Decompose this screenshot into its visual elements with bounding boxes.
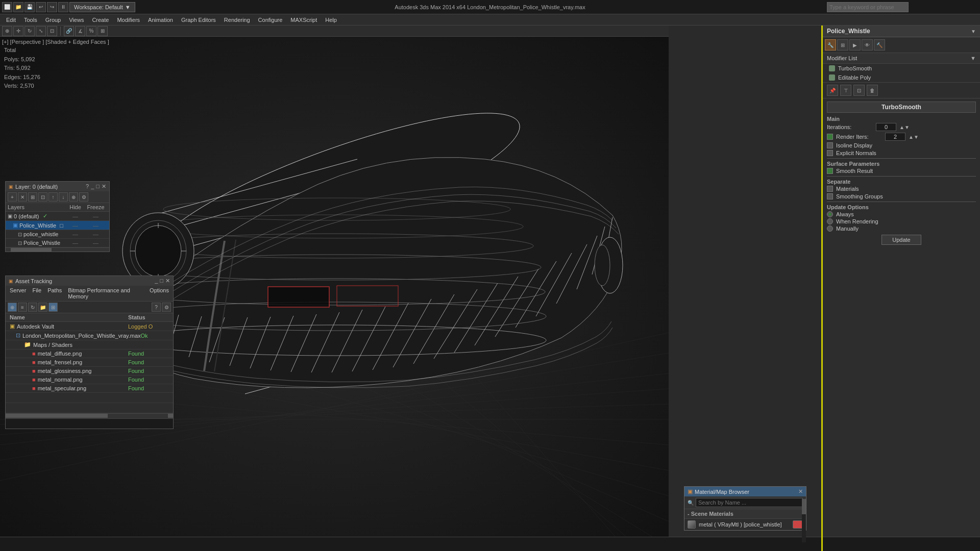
delete-modifier-icon[interactable]: 🗑 xyxy=(867,85,878,96)
layer-merge-button[interactable]: ⊕ xyxy=(69,192,78,202)
asset-row-normal[interactable]: ■ metal_normal.png Found xyxy=(6,375,173,384)
asset-panel-close[interactable]: ✕ xyxy=(165,278,170,284)
layer-panel-maximize[interactable]: □ xyxy=(96,183,100,190)
always-radio[interactable]: Always xyxy=(827,211,976,217)
update-button[interactable]: Update xyxy=(881,235,921,245)
asset-input-row[interactable] xyxy=(6,418,173,429)
layer-panel-minimize[interactable]: _ xyxy=(91,183,94,190)
open-button[interactable]: 📁 xyxy=(13,2,23,12)
asset-row-max-file[interactable]: ⊡ London_Metropolitan_Police_Whistle_vra… xyxy=(6,331,173,340)
materials-checkbox[interactable] xyxy=(827,186,833,192)
layer-panel-question[interactable]: ? xyxy=(86,183,89,190)
layer-move-down-button[interactable]: ↓ xyxy=(59,192,68,202)
asset-row-maps-folder[interactable]: 📁 Maps / Shaders xyxy=(6,340,173,349)
save-button[interactable]: 💾 xyxy=(24,2,35,12)
modifier-turbosmooth[interactable]: TurboSmooth xyxy=(823,64,980,73)
new-button[interactable]: ⬜ xyxy=(2,2,12,12)
material-browser-close[interactable]: ✕ xyxy=(798,488,803,495)
menu-graph-editors[interactable]: Graph Editors xyxy=(177,16,220,24)
spinner-snap-button[interactable]: ⊞ xyxy=(97,26,108,36)
asset-help-button[interactable]: ? xyxy=(152,303,161,312)
search-input[interactable] xyxy=(827,2,909,12)
reference-button[interactable]: ⊡ xyxy=(47,26,57,36)
asset-menu-server[interactable]: Server xyxy=(8,287,28,300)
when-rendering-radio[interactable]: When Rendering xyxy=(827,218,976,224)
asset-menu-bitmap[interactable]: Bitmap Performance and Memory xyxy=(66,287,145,300)
layer-move-button[interactable]: ↑ xyxy=(48,192,58,202)
menu-rendering[interactable]: Rendering xyxy=(220,16,254,24)
move-button[interactable]: ✛ xyxy=(13,26,23,36)
hierarchy-tab[interactable]: ⊞ xyxy=(837,39,848,51)
explicit-normals-checkbox[interactable] xyxy=(827,150,833,156)
layer-row-default[interactable]: ▣ 0 (default) ✓ — — xyxy=(6,212,109,221)
material-search-input[interactable] xyxy=(696,498,803,507)
redo-button[interactable]: ↪ xyxy=(47,2,57,12)
iterations-input[interactable] xyxy=(876,123,896,131)
modifier-editable-poly[interactable]: Editable Poly xyxy=(823,73,980,82)
mat-browser-scroll-thumb[interactable] xyxy=(802,499,806,514)
pin-icon[interactable]: 📌 xyxy=(827,85,838,96)
layer-scrollbar[interactable] xyxy=(6,247,109,252)
asset-menu-paths[interactable]: Paths xyxy=(45,287,64,300)
hold-button[interactable]: ⏸ xyxy=(58,2,68,12)
render-iters-checkbox[interactable] xyxy=(827,134,833,140)
isoline-checkbox[interactable] xyxy=(827,142,833,148)
asset-row-diffuse[interactable]: ■ metal_diffuse.png Found xyxy=(6,349,173,358)
layer-delete-button[interactable]: ✕ xyxy=(18,192,27,202)
menu-create[interactable]: Create xyxy=(88,16,113,24)
asset-scroll-thumb[interactable] xyxy=(6,414,108,418)
show-end-icon[interactable]: ⊤ xyxy=(840,85,851,96)
asset-locate-button[interactable]: 📁 xyxy=(38,303,47,312)
layer-row-police-whistle2[interactable]: ⊡ police_whistle — — xyxy=(6,230,109,239)
menu-views[interactable]: Views xyxy=(65,16,88,24)
snap-button[interactable]: 🔗 xyxy=(64,26,74,36)
angle-snap-button[interactable]: ∡ xyxy=(75,26,85,36)
asset-list-button[interactable]: ≡ xyxy=(18,303,27,312)
asset-connect-button[interactable]: ⊕ xyxy=(8,303,17,312)
layer-panel-close[interactable]: ✕ xyxy=(102,183,106,190)
layer-select-button[interactable]: ⊡ xyxy=(38,192,47,202)
asset-settings-button[interactable]: ⚙ xyxy=(162,303,171,312)
layer-scroll-thumb[interactable] xyxy=(11,248,52,252)
layer-visibility-box[interactable]: □ xyxy=(60,222,63,229)
when-rendering-radio-dot[interactable] xyxy=(827,218,833,224)
asset-refresh-button[interactable]: ↻ xyxy=(28,303,37,312)
asset-command-input[interactable] xyxy=(6,419,173,429)
modifier-tab[interactable]: 🔧 xyxy=(825,39,836,51)
menu-configure[interactable]: Configure xyxy=(254,16,287,24)
menu-tools[interactable]: Tools xyxy=(20,16,41,24)
display-tab[interactable]: 👁 xyxy=(862,39,873,51)
manually-radio[interactable]: Manually xyxy=(827,226,976,232)
always-radio-dot[interactable] xyxy=(827,211,833,217)
menu-help[interactable]: Help xyxy=(321,16,341,24)
layer-new-button[interactable]: + xyxy=(8,192,17,202)
asset-scroll-right[interactable] xyxy=(168,414,173,418)
material-color-swatch[interactable] xyxy=(793,520,803,529)
asset-row-glossiness[interactable]: ■ metal_glossiness.png Found xyxy=(6,367,173,375)
asset-panel-minimize[interactable]: _ xyxy=(155,278,158,284)
asset-row-specular[interactable]: ■ metal_specular.png Found xyxy=(6,384,173,393)
select-button[interactable]: ⊕ xyxy=(2,26,12,36)
utility-tab[interactable]: 🔨 xyxy=(874,39,885,51)
asset-row-frensel[interactable]: ■ metal_frensel.png Found xyxy=(6,358,173,367)
undo-button[interactable]: ↩ xyxy=(36,2,46,12)
menu-maxscript[interactable]: MAXScript xyxy=(286,16,321,24)
layer-settings-button[interactable]: ⚙ xyxy=(79,192,88,202)
asset-scrollbar[interactable] xyxy=(6,413,173,418)
layer-add-button[interactable]: ⊞ xyxy=(28,192,37,202)
asset-panel-maximize[interactable]: □ xyxy=(160,278,163,284)
asset-menu-options[interactable]: Options xyxy=(148,287,171,300)
mat-browser-scrollbar[interactable] xyxy=(802,499,806,542)
menu-group[interactable]: Group xyxy=(41,16,65,24)
smooth-result-checkbox[interactable] xyxy=(827,168,833,174)
rotate-button[interactable]: ↻ xyxy=(24,26,35,36)
show-result-icon[interactable]: ⊡ xyxy=(853,85,865,96)
asset-row-vault[interactable]: ▣ Autodesk Vault Logged O xyxy=(6,322,173,331)
scale-button[interactable]: ⤡ xyxy=(36,26,46,36)
menu-modifiers[interactable]: Modifiers xyxy=(113,16,144,24)
smoothing-groups-checkbox[interactable] xyxy=(827,193,833,199)
asset-grid-button[interactable]: ⊞ xyxy=(48,303,58,312)
asset-menu-file[interactable]: File xyxy=(30,287,43,300)
menu-edit[interactable]: Edit xyxy=(2,16,20,24)
manually-radio-dot[interactable] xyxy=(827,226,833,232)
